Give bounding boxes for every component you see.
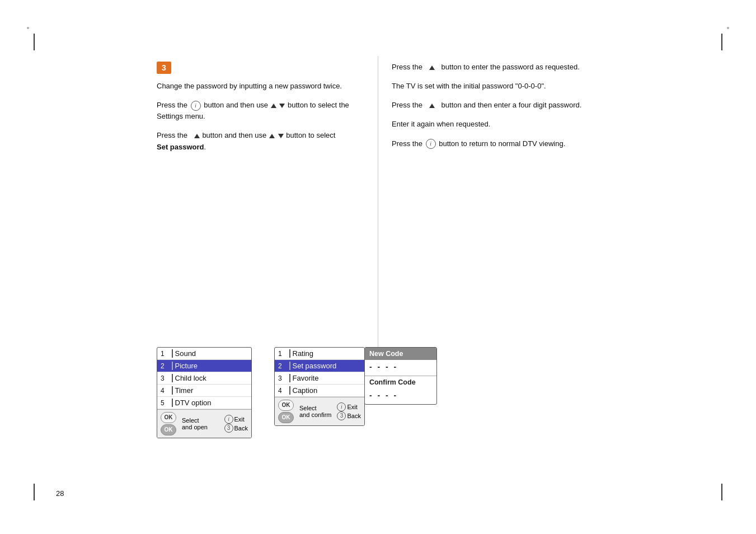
- menu2-label-1: Rating: [293, 349, 314, 358]
- menu1-num-5: 5: [161, 399, 171, 407]
- menu1-item-3: 3 Child lock: [157, 372, 251, 385]
- menu2-sep-2: [289, 362, 290, 370]
- menu2-footer-right: i Exit 3 Back: [337, 402, 360, 420]
- menu1-open-label: and open: [182, 424, 208, 430]
- ok-button-1: OK: [161, 412, 176, 423]
- tri-down-2: [278, 134, 284, 138]
- i-icon-1: i: [191, 101, 201, 111]
- right-para4: Enter it again when requested.: [392, 119, 672, 130]
- new-code-value: - - - -: [365, 360, 436, 376]
- right-para3: Press the button and then enter a four d…: [392, 100, 672, 111]
- menu1-label-2: Picture: [175, 362, 198, 370]
- para3-middle: button and then use: [202, 131, 266, 139]
- step-badge: 3: [157, 62, 171, 74]
- menu2-exit-label: Exit: [347, 404, 357, 410]
- menu2-num-3: 3: [278, 374, 288, 382]
- menu1-sep-5: [172, 399, 173, 407]
- right-para1-prefix: Press the: [392, 63, 422, 71]
- right-column: Press the button to enter the password a…: [392, 62, 672, 157]
- menu2-num-2: 2: [278, 362, 288, 370]
- menu2-footer-labels: Select and confirm: [299, 405, 331, 418]
- right-para1: Press the button to enter the password a…: [392, 62, 672, 73]
- right-para5-suffix: button to return to normal DTV viewing.: [439, 139, 565, 148]
- menu1-footer-ok: OK OK: [161, 412, 176, 435]
- menu1-sep-4: [172, 386, 173, 395]
- tri-up-2: [194, 134, 200, 138]
- menu2-footer-ok: OK OK: [278, 400, 294, 423]
- right-para3-suffix: button and then enter a four digit passw…: [442, 101, 582, 109]
- para1-text: Change the password by inputting a new p…: [157, 82, 342, 90]
- para-set-password: Press the button and then use button to …: [157, 130, 369, 152]
- right-para4-text: Enter it again when requested.: [392, 120, 490, 128]
- right-para5: Press the i button to return to normal D…: [392, 138, 672, 149]
- menu2-item-1: 1 Rating: [275, 348, 364, 360]
- tri-down-1: [279, 104, 285, 108]
- menu1-exit-row: i Exit: [224, 415, 248, 424]
- menu2-footer: OK OK Select and confirm i Exit 3 Back: [275, 397, 364, 425]
- bottom-diagrams: 1 Sound 2 Picture 3 Child lock 4 Timer 5…: [157, 347, 437, 438]
- menu2-label-3: Favorite: [293, 374, 319, 382]
- menu1-exit-label: Exit: [234, 416, 245, 423]
- menu2-label-4: Caption: [293, 386, 318, 395]
- menu1-sep-3: [172, 374, 173, 382]
- menu1-select-label: Select: [182, 417, 208, 424]
- menu1-sep-2: [172, 362, 173, 370]
- tri-up-r1: [429, 65, 435, 70]
- right-para1-suffix: button to enter the password as requeste…: [442, 63, 580, 71]
- menu1-footer-right: i Exit 3 Back: [224, 415, 248, 433]
- menu1-sep-1: [172, 349, 173, 358]
- menu1-num-4: 4: [161, 387, 171, 395]
- right-para2-text: The TV is set with the initial password …: [392, 82, 546, 90]
- menu1-item-1: 1 Sound: [157, 348, 251, 360]
- ok-button-m2-1: OK: [278, 400, 294, 411]
- menu1-label-5: DTV option: [175, 399, 212, 407]
- tri-up-r2: [429, 104, 435, 108]
- border-line-bl: [34, 484, 35, 500]
- page-number: 28: [56, 489, 64, 498]
- new-code-header: New Code: [365, 348, 436, 360]
- menu2-label-2: Set password: [293, 362, 337, 370]
- menu2-item-2: 2 Set password: [275, 360, 364, 372]
- border-line-br: [721, 484, 722, 500]
- para3-end: button to select: [286, 131, 335, 139]
- para2-suffix: button and then use: [204, 101, 268, 109]
- menu2-box: 1 Rating 2 Set password 3 Favorite 4 Cap…: [274, 347, 365, 426]
- menu2-back-row: 3 Back: [337, 411, 360, 420]
- menu2-confirm-label: and confirm: [299, 411, 331, 418]
- para3-prefix: Press the: [157, 131, 187, 139]
- right-para3-prefix: Press the: [392, 101, 422, 109]
- num-circle-back2: 3: [337, 411, 346, 420]
- para3-period: .: [204, 143, 206, 151]
- menu1-back-row: 3 Back: [224, 424, 248, 433]
- menu2-num-1: 1: [278, 350, 288, 358]
- menu1-back-label: Back: [234, 425, 248, 432]
- menu1-box: 1 Sound 2 Picture 3 Child lock 4 Timer 5…: [157, 347, 252, 438]
- menu1-num-1: 1: [161, 350, 171, 358]
- menu2-group: 1 Rating 2 Set password 3 Favorite 4 Cap…: [274, 347, 437, 426]
- menu2-item-3: 3 Favorite: [275, 372, 364, 385]
- para-change-password: Change the password by inputting a new p…: [157, 81, 369, 92]
- right-para5-prefix: Press the: [392, 139, 422, 148]
- corner-dot-tr: [727, 27, 729, 29]
- menu2-sep-4: [289, 386, 290, 395]
- i-icon-exit1: i: [224, 415, 233, 424]
- menu1-num-3: 3: [161, 374, 171, 382]
- para2-prefix: Press the: [157, 101, 187, 109]
- menu2-sep-1: [289, 349, 290, 358]
- menu1-num-2: 2: [161, 362, 171, 370]
- ok-button-m2-2: OK: [278, 412, 294, 423]
- border-line-tr: [721, 34, 722, 50]
- menu1-footer-labels: Select and open: [182, 417, 208, 430]
- menu1-footer: OK OK Select and open i Exit 3 Back: [157, 409, 251, 438]
- confirm-code-header: Confirm Code: [365, 376, 436, 388]
- menu1-item-5: 5 DTV option: [157, 397, 251, 409]
- menu1-label-1: Sound: [175, 349, 196, 358]
- border-line-tl: [34, 34, 35, 50]
- tri-up-1: [271, 104, 276, 108]
- tri-up-3: [269, 134, 275, 138]
- menu2-select-label: Select: [299, 405, 331, 411]
- num-circle-back1: 3: [224, 424, 233, 433]
- i-icon-exit2: i: [337, 402, 346, 411]
- menu1-label-3: Child lock: [175, 374, 206, 382]
- set-password-label: Set password: [157, 143, 204, 151]
